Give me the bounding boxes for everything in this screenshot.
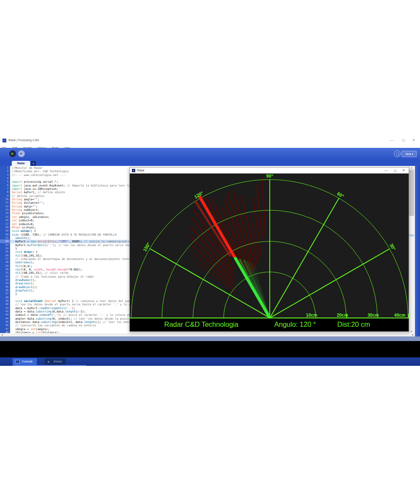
radar-minimize-icon[interactable]: — xyxy=(383,168,389,172)
line-number: 23 xyxy=(0,243,10,247)
close-icon[interactable]: ✕ xyxy=(410,138,417,142)
line-number: 31 xyxy=(0,271,10,274)
line-number: 42 xyxy=(0,310,10,313)
line-number: 24 xyxy=(0,247,10,250)
radar-angle-readout: Angulo: 120 ° xyxy=(274,320,316,328)
line-number: 7 xyxy=(0,187,10,190)
tab-radar[interactable]: Radar xyxy=(12,161,30,166)
radar-close-icon[interactable]: ✕ xyxy=(400,168,407,172)
line-number: 32 xyxy=(0,275,10,278)
line-number: 18 xyxy=(0,226,10,229)
line-number: 22 xyxy=(0,239,10,243)
warning-triangle-icon: ▲ xyxy=(47,360,50,363)
horizontal-scrollbar[interactable]: ◄ ► xyxy=(0,333,415,336)
range-label-10cm: 10cm xyxy=(306,312,318,318)
line-number: 17 xyxy=(0,222,10,226)
line-number: 5 xyxy=(0,180,10,183)
radar-ray xyxy=(269,179,270,318)
vertical-scrollbar-thumb[interactable] xyxy=(409,170,414,216)
radar-app-icon xyxy=(132,169,135,172)
line-number: 28 xyxy=(0,260,10,264)
console-tab-bar: >_ Console ▲ Errors xyxy=(0,357,420,366)
chevron-down-icon: ▾ xyxy=(33,162,34,165)
line-number: 36 xyxy=(0,289,10,292)
line-number: 8 xyxy=(0,190,10,194)
line-number: 12 xyxy=(0,205,10,208)
line-number: 46 xyxy=(0,323,10,327)
radar-distance-readout: Dist:20 cm xyxy=(337,320,370,328)
toolbar: ▶ ■ Java ▾ xyxy=(0,148,420,160)
line-number: 39 xyxy=(0,299,10,302)
tab-console[interactable]: >_ Console xyxy=(13,358,37,365)
line-number: 30 xyxy=(0,268,10,271)
window-right-border xyxy=(415,166,420,336)
tab-menu-button[interactable]: ▾ xyxy=(31,161,36,166)
mode-selector-button[interactable]: Java ▾ xyxy=(402,151,417,157)
line-number: 41 xyxy=(0,306,10,310)
line-number: 20 xyxy=(0,233,10,236)
sketch-tab-strip: Radar ▾ xyxy=(0,160,420,166)
line-number: 45 xyxy=(0,320,10,323)
line-number: 29 xyxy=(0,264,10,268)
line-number: 1 xyxy=(0,166,10,169)
line-number: 6 xyxy=(0,184,10,187)
scroll-up-icon[interactable]: ▲ xyxy=(408,166,415,169)
scroll-left-icon[interactable]: ◄ xyxy=(0,333,4,336)
range-label-40cm: 40cm xyxy=(394,312,406,318)
line-number: 11 xyxy=(0,201,10,204)
radar-display: Radar C&D Technologia Angulo: 120 ° Dist… xyxy=(130,173,409,331)
desktop: Radar | Processing 4.0b2 — ▢ ✕ File Edit… xyxy=(0,0,420,504)
range-label-20cm: 20cm xyxy=(337,312,348,318)
play-icon: ▶ xyxy=(11,152,14,156)
line-number: 25 xyxy=(0,250,10,253)
errors-tab-label: Errors xyxy=(54,360,62,363)
line-number: 44 xyxy=(0,317,10,320)
line-number: 38 xyxy=(0,296,10,299)
line-number: 2 xyxy=(0,169,10,173)
range-label-30cm: 30cm xyxy=(368,312,379,318)
maximize-icon[interactable]: ▢ xyxy=(400,138,407,142)
console-tab-label: Console xyxy=(22,360,33,363)
line-number: 14 xyxy=(0,211,10,215)
processing-app-icon xyxy=(3,139,6,142)
tab-underline xyxy=(13,365,86,366)
radar-brand-text: Radar C&D Technologia xyxy=(164,320,239,328)
line-number: 33 xyxy=(0,278,10,281)
editor-status-bar xyxy=(0,336,420,341)
line-number: 13 xyxy=(0,208,10,211)
radar-plot-area xyxy=(130,173,409,318)
line-number-gutter: 1234567891011121314151617181920212223242… xyxy=(0,166,10,333)
radar-baseline xyxy=(130,318,409,318)
line-number: 4 xyxy=(0,176,10,180)
current-line-marker xyxy=(409,234,414,236)
title-bar[interactable]: Radar | Processing 4.0b2 — ▢ ✕ xyxy=(0,138,420,143)
minimize-icon[interactable]: — xyxy=(388,138,396,142)
line-number: 9 xyxy=(0,194,10,197)
line-number: 35 xyxy=(0,285,10,289)
radar-window-title: Radar xyxy=(137,169,144,172)
line-number: 40 xyxy=(0,302,10,306)
line-number: 15 xyxy=(0,215,10,218)
run-button[interactable]: ▶ xyxy=(9,150,16,157)
line-number: 47 xyxy=(0,327,10,331)
radar-window[interactable]: Radar — ▢ ✕ Radar C&D Technologia Angulo… xyxy=(129,167,409,332)
angle-label-90: 90° xyxy=(266,173,273,178)
window-title: Radar | Processing 4.0b2 xyxy=(8,139,39,142)
line-number: 43 xyxy=(0,313,10,316)
radar-maximize-icon[interactable]: ▢ xyxy=(392,168,399,172)
debug-toggle-button[interactable] xyxy=(394,150,401,157)
line-number: 19 xyxy=(0,229,10,232)
line-number: 3 xyxy=(0,173,10,176)
line-number: 34 xyxy=(0,281,10,285)
line-number: 27 xyxy=(0,257,10,260)
stop-button[interactable]: ■ xyxy=(18,150,25,157)
line-number: 10 xyxy=(0,197,10,201)
line-number: 16 xyxy=(0,218,10,222)
tab-errors[interactable]: ▲ Errors xyxy=(45,358,66,365)
scroll-down-icon[interactable]: ▼ xyxy=(408,330,415,333)
line-number: 21 xyxy=(0,236,10,239)
range-tick xyxy=(408,314,409,318)
console-output[interactable] xyxy=(0,341,420,357)
radar-title-bar[interactable]: Radar — ▢ ✕ xyxy=(130,168,409,173)
scroll-right-icon[interactable]: ► xyxy=(411,333,415,336)
